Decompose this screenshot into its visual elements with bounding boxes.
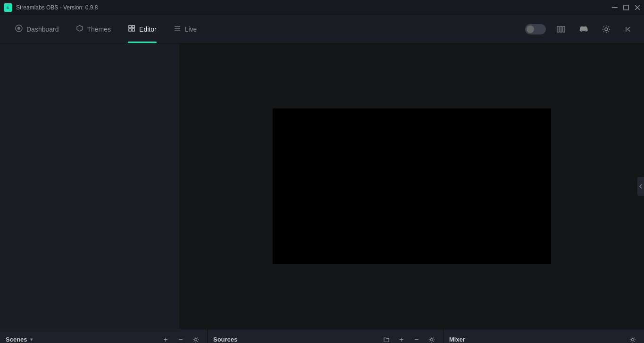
maximize-button[interactable] (623, 5, 629, 10)
nav-editor-label: Editor (139, 25, 157, 33)
scenes-add-button[interactable]: + (160, 334, 171, 343)
preview-area (179, 43, 644, 329)
nav-item-editor[interactable]: Editor (120, 15, 164, 43)
sources-folder-button[interactable] (381, 334, 392, 343)
scenes-header: Scenes ▾ + − (0, 329, 207, 343)
svg-rect-2 (612, 7, 618, 8)
mixer-title: Mixer (449, 336, 465, 343)
main-content (0, 43, 644, 329)
theme-toggle[interactable] (525, 24, 546, 34)
right-panel-toggle[interactable] (637, 177, 644, 196)
scenes-remove-button[interactable]: − (175, 334, 186, 343)
scenes-settings-button[interactable] (190, 334, 201, 343)
svg-point-20 (195, 338, 197, 341)
preview-canvas (273, 109, 551, 264)
nav-item-dashboard[interactable]: Dashboard (8, 15, 67, 43)
nav-item-themes[interactable]: Themes (68, 15, 119, 43)
sources-header: Sources + − (208, 329, 443, 343)
sources-panel: Sources + − (208, 329, 443, 343)
app-icon: S (4, 3, 12, 12)
svg-rect-10 (129, 29, 131, 31)
svg-point-21 (431, 338, 433, 341)
scenes-chevron-icon: ▾ (30, 337, 33, 342)
live-icon (174, 25, 181, 34)
mixer-settings-button[interactable] (627, 334, 638, 343)
svg-rect-9 (132, 25, 134, 28)
left-panel (0, 43, 179, 329)
bottom-panels: Scenes ▾ + − Scene Sources (0, 329, 644, 343)
svg-text:S: S (7, 6, 9, 9)
themes-icon (76, 25, 84, 34)
settings-button[interactable] (599, 22, 614, 37)
nav-bar: Dashboard Themes Editor Live (0, 15, 644, 43)
svg-rect-11 (132, 29, 134, 31)
dashboard-icon (15, 25, 23, 34)
mixer-panel: Mixer Desktop Audio -35.3 dB (443, 329, 644, 343)
scenes-panel: Scenes ▾ + − Scene (0, 329, 208, 343)
nav-live-label: Live (185, 25, 197, 33)
svg-point-7 (17, 27, 20, 30)
discord-button[interactable] (576, 22, 591, 37)
sources-title: Sources (213, 336, 237, 343)
nav-themes-label: Themes (87, 25, 111, 33)
nav-dashboard-label: Dashboard (26, 25, 59, 33)
svg-point-18 (605, 28, 608, 31)
sources-add-button[interactable]: + (396, 334, 407, 343)
nav-item-live[interactable]: Live (166, 15, 205, 43)
columns-button[interactable] (553, 22, 569, 37)
svg-point-22 (632, 338, 634, 341)
svg-rect-8 (129, 25, 131, 28)
scenes-title: Scenes (6, 336, 27, 343)
close-button[interactable] (635, 5, 640, 10)
svg-rect-15 (557, 26, 559, 32)
svg-rect-17 (563, 26, 565, 32)
sources-remove-button[interactable]: − (411, 334, 422, 343)
mixer-header: Mixer (443, 329, 644, 343)
svg-rect-16 (560, 26, 562, 32)
title-bar: S Streamlabs OBS - Version: 0.9.8 (0, 0, 644, 15)
sources-settings-button[interactable] (426, 334, 437, 343)
collapse-button[interactable] (621, 22, 636, 37)
svg-rect-3 (624, 5, 628, 10)
app-title: Streamlabs OBS - Version: 0.9.8 (16, 4, 98, 11)
editor-icon (128, 25, 135, 34)
minimize-button[interactable] (612, 5, 618, 10)
